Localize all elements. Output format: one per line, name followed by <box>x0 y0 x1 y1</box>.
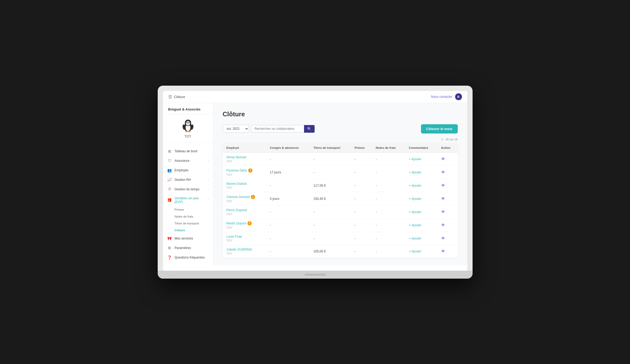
employee-name-3[interactable]: Clarisse Dumont i <box>226 195 262 199</box>
eye-icon-7[interactable]: 👁 <box>441 249 445 254</box>
cell-primes-2: - <box>351 179 372 192</box>
sidebar-item-gestion-rh[interactable]: 📈 Gestion RH › <box>163 175 213 185</box>
add-comment-link-1[interactable]: + Ajouter <box>409 171 421 174</box>
eye-icon-1[interactable]: 👁 <box>441 170 445 174</box>
cell-notes-2: - <box>372 179 405 192</box>
employee-name-2[interactable]: Marine Dubois <box>226 182 262 186</box>
add-comment-link-0[interactable]: + Ajouter <box>409 157 421 161</box>
sidebar-item-mes-services[interactable]: 🎀 Mes services <box>163 234 213 243</box>
cell-commentaire-6[interactable]: + Ajouter <box>405 232 437 245</box>
sidebar-item-parametres[interactable]: ⚙ Paramètres <box>163 243 213 253</box>
cell-commentaire-4[interactable]: + Ajouter <box>405 205 437 218</box>
cell-commentaire-1[interactable]: + Ajouter <box>405 165 437 179</box>
sidebar-sub-primes[interactable]: Primes <box>175 206 213 213</box>
contact-link[interactable]: Nous contacter <box>431 95 452 99</box>
sidebar-label-mes-services: Mes services <box>175 237 209 240</box>
employee-name-5[interactable]: Martin Dupont i <box>226 221 262 225</box>
cell-action-2[interactable]: 👁 <box>437 179 458 192</box>
add-comment-link-4[interactable]: + Ajouter <box>409 210 421 214</box>
cell-notes-6: - <box>372 232 405 245</box>
employee-name-0[interactable]: Simon Bonnet <box>226 155 262 159</box>
question-icon: ❓ <box>167 255 172 260</box>
topnav-avatar[interactable]: B <box>455 93 462 100</box>
cell-action-0[interactable]: 👁 <box>437 153 458 165</box>
cell-action-3[interactable]: 👁 <box>437 192 458 205</box>
cell-notes-3: - <box>372 192 405 205</box>
employee-name-1[interactable]: Florence Deho i <box>226 168 262 173</box>
add-comment-link-6[interactable]: + Ajouter <box>409 237 421 240</box>
employee-name-6[interactable]: Louis Foae <box>226 235 262 238</box>
cell-commentaire-2[interactable]: + Ajouter <box>405 179 437 192</box>
cell-conges-0: - <box>266 153 310 165</box>
eye-icon-5[interactable]: 👁 <box>441 223 445 227</box>
cell-commentaire-3[interactable]: + Ajouter <box>405 192 437 205</box>
eye-icon-6[interactable]: 👁 <box>441 236 445 241</box>
search-button[interactable]: 🔍 <box>304 125 315 133</box>
cell-titres-6: - <box>310 232 351 245</box>
clock-icon: ⏱ <box>167 187 172 192</box>
table-row: Louis Foae TIZY - - - - + Ajouter 👁 <box>223 232 458 245</box>
cell-titres-0: - <box>310 153 351 165</box>
eye-icon-0[interactable]: 👁 <box>441 157 445 161</box>
cell-notes-1: - <box>372 165 405 179</box>
sidebar-item-faq[interactable]: ❓ Questions fréquentes <box>163 253 213 262</box>
eye-icon-2[interactable]: 👁 <box>441 183 445 188</box>
cell-employe-5: Martin Dupont i TIZY <box>223 218 266 232</box>
cell-employe-3: Clarisse Dumont i TIZY <box>223 192 266 205</box>
add-comment-link-3[interactable]: + Ajouter <box>409 197 421 201</box>
cell-action-7[interactable]: 👁 <box>437 245 458 258</box>
sidebar-item-employes[interactable]: 👥 Employés › <box>163 165 213 175</box>
chart-icon: 📈 <box>167 177 172 182</box>
month-select[interactable]: oct. 2021 sept. 2021 nov. 2021 <box>223 125 249 133</box>
sidebar-divider <box>163 142 213 143</box>
sidebar-sub-titres-transport[interactable]: Titres de transport <box>175 220 213 227</box>
col-conges: Congés & absences <box>266 143 310 153</box>
penguin-logo <box>181 118 195 133</box>
eye-icon-3[interactable]: 👁 <box>441 196 445 201</box>
grid-icon: ⊞ <box>167 149 172 154</box>
add-comment-link-2[interactable]: + Ajouter <box>409 184 421 187</box>
cell-primes-5: - <box>351 218 372 232</box>
cell-action-4[interactable]: 👁 <box>437 205 458 218</box>
topnav-right: Nous contacter B <box>431 93 462 100</box>
sidebar-item-tableau-bord[interactable]: ⊞ Tableau de bord <box>163 146 213 156</box>
col-primes: Primes <box>351 143 372 153</box>
cell-commentaire-0[interactable]: + Ajouter <box>405 153 437 165</box>
cell-action-6[interactable]: 👁 <box>437 232 458 245</box>
sidebar-nav: ⊞ Tableau de bord 🛡 Assurance › 👥 Employ… <box>163 144 213 264</box>
cell-conges-6: - <box>266 232 310 245</box>
employee-company-5: TIZY <box>226 226 262 229</box>
users-icon: 👥 <box>167 168 172 173</box>
cell-conges-2: - <box>266 179 310 192</box>
cell-commentaire-5[interactable]: + Ajouter <box>405 218 437 232</box>
cell-action-5[interactable]: 👁 <box>437 218 458 232</box>
cell-notes-5: - <box>372 218 405 232</box>
employee-company-7: TIZY <box>226 252 262 255</box>
cell-employe-4: Pierre Dupond TIZY <box>223 205 266 218</box>
search-icon: 🔍 <box>307 127 311 131</box>
search-input[interactable] <box>251 125 304 132</box>
add-comment-link-7[interactable]: + Ajouter <box>409 250 421 253</box>
sidebar-item-variables-paie[interactable]: 🎁 Variables de paie (EVP) ˅ <box>163 194 213 206</box>
employee-name-4[interactable]: Pierre Dupond <box>226 208 262 212</box>
sidebar-sub-notes-frais[interactable]: Notes de frais <box>175 213 213 220</box>
topnav: ☰ Clôture Nous contacter B <box>163 91 467 103</box>
cell-employe-2: Marine Dubois TIZY <box>223 179 266 192</box>
sidebar: Bréguet & Associés <box>163 103 213 265</box>
svg-point-12 <box>188 131 191 132</box>
cell-primes-0: - <box>351 153 372 165</box>
sidebar-label-gestion-temps: Gestion du temps <box>175 187 208 191</box>
cloturer-button[interactable]: Clôturer le mois <box>421 124 458 133</box>
add-comment-link-5[interactable]: + Ajouter <box>409 223 421 227</box>
employee-name-7[interactable]: Juliette GUERINO <box>226 248 262 251</box>
eye-icon-4[interactable]: 👁 <box>441 210 445 214</box>
sidebar-label-parametres: Paramètres <box>175 246 209 250</box>
cell-commentaire-7[interactable]: + Ajouter <box>405 245 437 258</box>
employee-company-0: TIZY <box>226 160 262 163</box>
sidebar-item-assurance[interactable]: 🛡 Assurance › <box>163 156 213 165</box>
sidebar-sub-variables-paie: Primes Notes de frais Titres de transpor… <box>163 206 213 234</box>
sidebar-label-variables-paie: Variables de paie (EVP) <box>175 196 207 204</box>
sidebar-sub-cloture[interactable]: Clôture <box>175 227 213 234</box>
cell-action-1[interactable]: 👁 <box>437 165 458 179</box>
sidebar-item-gestion-temps[interactable]: ⏱ Gestion du temps › <box>163 185 213 194</box>
